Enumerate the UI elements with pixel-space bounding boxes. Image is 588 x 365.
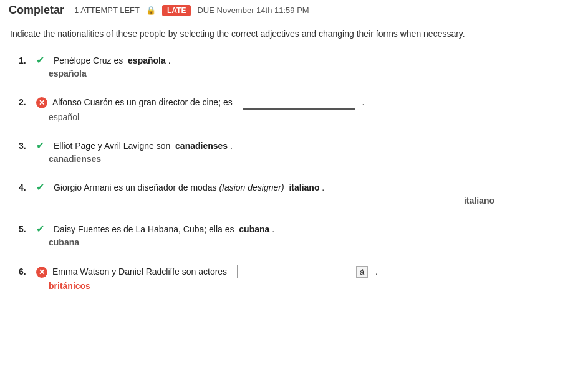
attempt-left-text: 1 ATTEMPT LEFT xyxy=(74,6,140,15)
question-2-input[interactable] xyxy=(243,96,355,110)
question-2: 2. ✕ Alfonso Cuarón es un gran director … xyxy=(19,96,569,122)
question-5-answer: cubana xyxy=(239,224,269,234)
question-3-row: 3. ✔ Elliot Page y Avril Lavigne son can… xyxy=(19,140,569,151)
header: Completar 1 ATTEMPT LEFT 🔒 LATE DUE Nove… xyxy=(0,0,588,21)
questions-container: 1. ✔ Penélope Cruz es española . español… xyxy=(0,44,588,318)
question-6-text: Emma Watson y Daniel Radcliffe son actor… xyxy=(52,267,232,277)
question-2-row: 2. ✕ Alfonso Cuarón es un gran director … xyxy=(19,96,569,110)
question-2-number: 2. xyxy=(19,97,31,107)
question-3-correct-answer-word: canadienses xyxy=(49,154,101,164)
question-2-correct-answer: español xyxy=(49,112,569,122)
question-1-answer: española xyxy=(128,55,166,65)
question-6-correct-answer-word: británicos xyxy=(49,281,90,291)
question-4-status-correct-icon: ✔ xyxy=(36,181,49,193)
question-5-status-correct-icon: ✔ xyxy=(36,223,49,235)
question-3: 3. ✔ Elliot Page y Avril Lavigne son can… xyxy=(19,140,569,164)
question-1-number: 1. xyxy=(19,55,31,65)
question-5-number: 5. xyxy=(19,224,31,234)
question-5: 5. ✔ Daisy Fuentes es de La Habana, Cuba… xyxy=(19,223,569,247)
question-3-number: 3. xyxy=(19,141,31,151)
question-1-text: Penélope Cruz es española . xyxy=(54,55,171,65)
question-6-input[interactable] xyxy=(237,265,349,278)
instructions: Indicate the nationalities of these peop… xyxy=(0,21,588,44)
question-2-text: Alfonso Cuarón es un gran director de ci… xyxy=(52,97,238,107)
question-1: 1. ✔ Penélope Cruz es española . español… xyxy=(19,54,569,78)
question-6: 6. ✕ Emma Watson y Daniel Radcliffe son … xyxy=(19,265,569,291)
question-1-correct-answer: española xyxy=(49,69,569,78)
question-5-text: Daisy Fuentes es de La Habana, Cuba; ell… xyxy=(54,224,274,234)
question-1-correct-answer-word: española xyxy=(49,69,87,78)
question-6-status-incorrect-icon: ✕ xyxy=(36,267,47,278)
question-4-paren: (fasion designer) xyxy=(219,183,284,192)
question-4-answer: italiano xyxy=(289,183,319,192)
question-3-status-correct-icon: ✔ xyxy=(36,140,49,151)
question-6-correct-answer: británicos xyxy=(49,281,569,291)
question-2-correct-answer-word: español xyxy=(49,112,79,122)
accent-a-button[interactable]: á xyxy=(356,266,368,278)
question-1-status-correct-icon: ✔ xyxy=(36,54,49,66)
question-3-answer: canadienses xyxy=(175,141,228,151)
lock-icon: 🔒 xyxy=(146,6,156,15)
question-1-row: 1. ✔ Penélope Cruz es española . xyxy=(19,54,569,66)
question-3-correct-answer: canadienses xyxy=(49,154,569,164)
question-6-number: 6. xyxy=(19,267,31,277)
question-5-correct-answer: cubana xyxy=(49,237,569,247)
question-4-text: Giorgio Armani es un diseñador de modas … xyxy=(54,183,324,192)
question-5-row: 5. ✔ Daisy Fuentes es de La Habana, Cuba… xyxy=(19,223,569,235)
question-3-text: Elliot Page y Avril Lavigne son canadien… xyxy=(54,141,233,151)
question-4-row: 4. ✔ Giorgio Armani es un diseñador de m… xyxy=(19,181,569,193)
question-4: 4. ✔ Giorgio Armani es un diseñador de m… xyxy=(19,181,569,206)
question-5-correct-answer-word: cubana xyxy=(49,237,79,247)
question-6-row: 6. ✕ Emma Watson y Daniel Radcliffe son … xyxy=(19,265,569,278)
late-badge: LATE xyxy=(162,5,191,16)
question-2-status-incorrect-icon: ✕ xyxy=(36,97,47,108)
question-4-correct-answer: italiano xyxy=(19,196,569,206)
page-title: Completar xyxy=(9,4,64,17)
due-text: DUE November 14th 11:59 PM xyxy=(197,6,309,15)
question-4-correct-answer-word: italiano xyxy=(464,196,494,206)
question-4-number: 4. xyxy=(19,183,31,192)
